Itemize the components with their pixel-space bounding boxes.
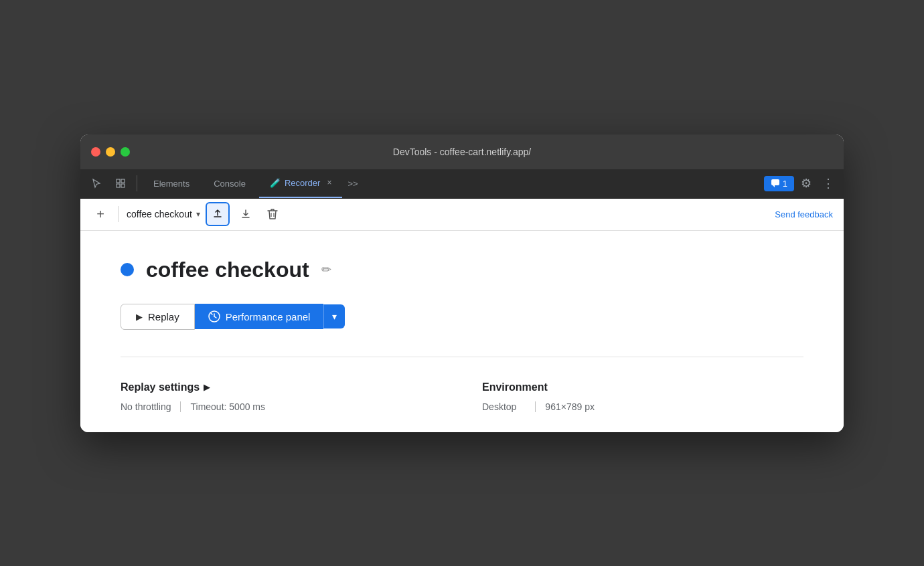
cursor-icon[interactable]: [86, 173, 107, 194]
environment-col: Environment Desktop 961×789 px: [482, 381, 803, 412]
recorder-icon: 🧪: [270, 178, 281, 188]
environment-heading: Environment: [482, 381, 803, 393]
minimize-traffic-light[interactable]: [106, 147, 115, 157]
tab-recorder[interactable]: 🧪 Recorder ×: [259, 169, 342, 198]
settings-icon[interactable]: ⚙: [797, 176, 816, 191]
svg-rect-3: [121, 184, 125, 187]
close-traffic-light[interactable]: [91, 147, 100, 157]
action-buttons: ▶ Replay Performance panel ▾: [121, 304, 803, 330]
env-detail-divider: [535, 401, 536, 412]
import-icon: [240, 209, 251, 219]
feedback-count-button[interactable]: 1: [764, 176, 794, 191]
recording-name-label: coffee checkout: [127, 209, 192, 219]
replay-play-icon: ▶: [136, 312, 143, 322]
tab-recorder-content: 🧪 Recorder ×: [270, 178, 331, 188]
environment-details: Desktop 961×789 px: [482, 401, 803, 412]
svg-rect-2: [117, 184, 120, 187]
add-recording-button[interactable]: +: [91, 205, 110, 223]
more-menu-icon[interactable]: ⋮: [818, 176, 838, 191]
tabs-bar-left: Elements Console 🧪 Recorder ×: [86, 169, 342, 198]
toolbar-divider: [118, 206, 119, 222]
replay-button[interactable]: ▶ Replay: [121, 304, 195, 330]
window-title: DevTools - coffee-cart.netlify.app/: [393, 147, 531, 157]
timeout-label: Timeout: 5000 ms: [190, 401, 275, 412]
tab-elements[interactable]: Elements: [143, 169, 200, 198]
title-bar: DevTools - coffee-cart.netlify.app/: [80, 134, 844, 169]
svg-marker-5: [773, 185, 775, 187]
tab-recorder-close[interactable]: ×: [327, 178, 331, 187]
performance-icon: [208, 310, 220, 322]
tabs-bar-right: 1 ⚙ ⋮: [764, 176, 838, 191]
throttling-label: No throttling: [121, 401, 180, 412]
recorder-toolbar: + coffee checkout ▾ Send feed: [80, 199, 844, 231]
comment-icon: [771, 179, 780, 188]
recording-selector[interactable]: coffee checkout ▾: [127, 209, 200, 219]
maximize-traffic-light[interactable]: [121, 147, 130, 157]
settings-expand-arrow: ▶: [204, 383, 210, 392]
edit-title-icon[interactable]: ✏: [321, 262, 331, 277]
replay-settings-details: No throttling Timeout: 5000 ms: [121, 401, 442, 412]
recording-status-dot: [121, 263, 134, 276]
delete-recording-button[interactable]: [262, 203, 283, 225]
trash-icon: [267, 208, 278, 220]
more-tabs-button[interactable]: >>: [342, 179, 363, 189]
section-divider: [121, 357, 803, 357]
performance-dropdown-arrow: ▾: [332, 311, 337, 322]
performance-panel-button[interactable]: Performance panel: [195, 304, 324, 329]
performance-panel-label: Performance panel: [226, 311, 311, 322]
send-feedback-link[interactable]: Send feedback: [775, 209, 833, 219]
recording-title: coffee checkout: [146, 258, 309, 282]
svg-rect-0: [117, 179, 120, 183]
tab-console[interactable]: Console: [203, 169, 256, 198]
recorder-tab-label: Recorder: [285, 178, 320, 188]
settings-section: Replay settings ▶ No throttling Timeout:…: [121, 381, 803, 412]
replay-label: Replay: [148, 311, 179, 322]
performance-panel-dropdown-button[interactable]: ▾: [323, 304, 345, 328]
export-button[interactable]: [206, 202, 230, 226]
replay-settings-col: Replay settings ▶ No throttling Timeout:…: [121, 381, 442, 412]
replay-settings-heading[interactable]: Replay settings ▶: [121, 381, 442, 393]
main-content: coffee checkout ✏ ▶ Replay Performance p…: [80, 231, 844, 432]
environment-type: Desktop: [482, 401, 526, 412]
traffic-lights: [91, 147, 130, 157]
layers-icon[interactable]: [110, 173, 131, 194]
settings-detail-divider: [180, 401, 181, 412]
tab-divider: [137, 175, 137, 191]
import-button[interactable]: [235, 203, 256, 225]
recording-dropdown-arrow: ▾: [196, 209, 200, 219]
svg-rect-1: [121, 179, 125, 183]
recording-header: coffee checkout ✏: [121, 258, 803, 282]
tabs-bar: Elements Console 🧪 Recorder × >> 1: [80, 169, 844, 199]
devtools-window: DevTools - coffee-cart.netlify.app/ Elem…: [80, 134, 844, 432]
export-icon: [212, 209, 223, 219]
environment-size: 961×789 px: [545, 401, 604, 412]
svg-rect-4: [771, 179, 779, 185]
